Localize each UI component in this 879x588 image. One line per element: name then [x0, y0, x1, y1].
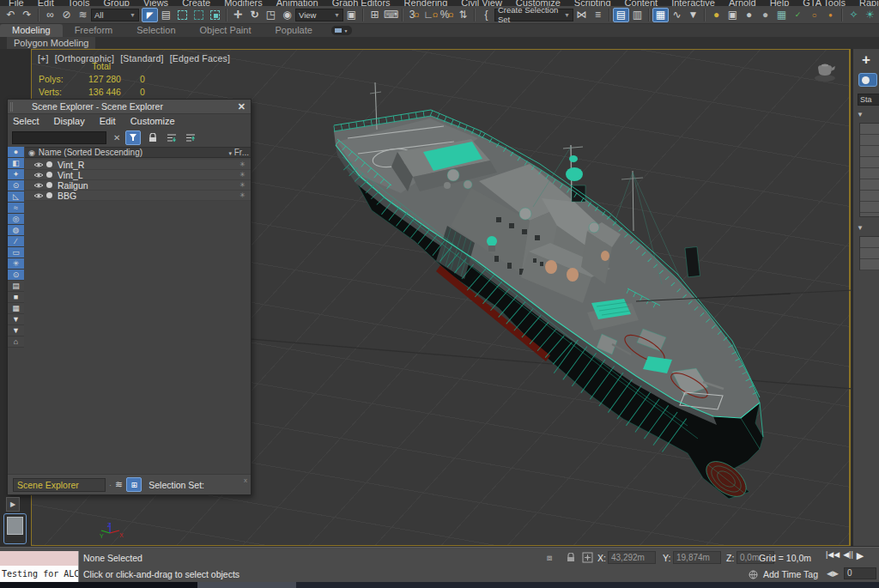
prev-frame-button[interactable]: ◀||	[843, 550, 853, 561]
rollout-buttons[interactable]	[859, 123, 879, 217]
filter-lights-icon[interactable]: ✦	[8, 169, 24, 180]
play-button[interactable]: ▶	[857, 550, 864, 561]
curve-editor-icon[interactable]: ∿	[669, 8, 685, 22]
unlink-icon[interactable]: ⊘	[58, 8, 75, 22]
selection-lock-icon[interactable]	[567, 553, 575, 564]
explorer-name-field[interactable]: Scene Explorer	[13, 478, 106, 492]
percent-snap-icon[interactable]: %Ω	[439, 8, 455, 22]
menu-interactive[interactable]: Interactive	[664, 0, 722, 6]
frozen-toggle-icon[interactable]: ✳	[239, 191, 246, 199]
tab-populate[interactable]: Populate	[263, 24, 324, 37]
go-start-button[interactable]: |◀◀	[826, 550, 840, 561]
selection-filter-dropdown[interactable]: All▼	[91, 9, 139, 21]
filter-shapes-icon[interactable]: ◧	[8, 158, 24, 169]
list-item-vint-l[interactable]: Vint_L ✳	[25, 170, 251, 180]
taskbar-app-segment[interactable]	[197, 582, 296, 588]
add-time-tag[interactable]: Add Time Tag	[749, 569, 818, 579]
redo-icon[interactable]: ↷	[19, 8, 35, 22]
se-menu-display[interactable]: Display	[54, 116, 85, 126]
filter-helpers-icon[interactable]: ◺	[8, 191, 24, 203]
list-item-railgun[interactable]: Railgun ✳	[25, 180, 251, 191]
filter-hidden-icon[interactable]: ⊙	[8, 270, 24, 281]
viewport-teapot-icon[interactable]	[813, 60, 837, 82]
menu-create[interactable]: Create	[175, 0, 217, 6]
clear-search-icon[interactable]: ✕	[113, 133, 120, 142]
ref-coordinate-dropdown[interactable]: View▼	[295, 9, 343, 21]
rect-selection-region-icon[interactable]	[174, 8, 191, 22]
menu-animation[interactable]: Animation	[270, 0, 325, 6]
lock-icon[interactable]	[146, 131, 160, 144]
dope-sheet-icon[interactable]: ▼	[685, 8, 701, 22]
menu-tools[interactable]: Tools	[61, 0, 97, 6]
filter-spacewarps-icon[interactable]: ≈	[8, 203, 24, 214]
crossing-selection-icon[interactable]	[191, 8, 207, 22]
filter-bones-icon[interactable]: ∕	[8, 236, 24, 247]
select-rotate-icon[interactable]: ↻	[246, 8, 263, 22]
render-grid-icon[interactable]: ▦	[773, 8, 790, 22]
filter-funnel-dot-icon[interactable]: ▼	[8, 314, 24, 325]
scene-explorer-toggle-icon[interactable]: ▤	[613, 8, 629, 22]
filter-blank-icon[interactable]: ■	[8, 292, 24, 303]
civil-sun-icon[interactable]: ☀	[862, 8, 878, 22]
filter-funnel-icon[interactable]: ▼	[8, 325, 24, 336]
check-icon[interactable]: ✓	[790, 8, 806, 22]
select-scale-icon[interactable]: ◳	[263, 8, 279, 22]
viewport-layout-tab[interactable]	[3, 513, 27, 544]
filter-button[interactable]	[125, 130, 141, 145]
rollout-arrow2-icon[interactable]: ▼	[857, 224, 864, 232]
tab-freeform[interactable]: Freeform	[63, 24, 125, 37]
snap-toggle-icon[interactable]: 3Ω	[406, 8, 422, 22]
frozen-toggle-icon[interactable]: ✳	[239, 181, 246, 189]
filter-page-icon[interactable]: ▦	[8, 303, 24, 314]
resize-grip-icon[interactable]: x	[244, 476, 247, 484]
se-menu-select[interactable]: Select	[13, 116, 39, 126]
material-editor-icon[interactable]: ▣	[724, 8, 741, 22]
filter-frozen-icon[interactable]: ✳	[8, 258, 24, 270]
menu-modifiers[interactable]: Modifiers	[217, 0, 270, 6]
visibility-eye-icon[interactable]	[33, 172, 44, 179]
rendered-frame-icon[interactable]: ●	[757, 8, 773, 22]
tab-object-paint[interactable]: Object Paint	[188, 24, 264, 37]
visibility-eye-icon[interactable]	[33, 182, 44, 189]
menu-graph-editors[interactable]: Graph Editors	[325, 0, 397, 6]
menu-gta-tools[interactable]: GTA Tools	[796, 0, 852, 6]
list-item-vint-r[interactable]: Vint_R ✳	[25, 160, 251, 170]
angle-snap-icon[interactable]: ∟Ω	[422, 8, 439, 22]
menu-scripting[interactable]: Scripting	[567, 0, 618, 6]
filter-geometry-icon[interactable]: ●	[8, 147, 24, 158]
material-ball-icon[interactable]: ●	[708, 8, 724, 22]
orange-ring-icon[interactable]: ○	[806, 8, 822, 22]
select-move-icon[interactable]: ✛	[230, 8, 246, 22]
select-by-name-icon[interactable]: ▤	[158, 8, 174, 22]
use-pivot-center-icon[interactable]: ▣	[343, 8, 360, 22]
menu-arnold[interactable]: Arnold	[722, 0, 763, 6]
layer-explorer-icon[interactable]: ▥	[629, 8, 646, 22]
collapse-tree-icon[interactable]	[184, 131, 197, 144]
ribbon-toggle-icon[interactable]: ▦	[652, 8, 669, 22]
menu-rapidtools[interactable]: RapidTools	[852, 0, 879, 6]
select-place-icon[interactable]: ◉	[279, 8, 295, 22]
select-manipulate-icon[interactable]: ⊞	[367, 8, 383, 22]
list-item-bbg[interactable]: BBG ✳	[25, 191, 251, 201]
civil-bulb-icon[interactable]: ✧	[846, 8, 862, 22]
menu-views[interactable]: Views	[136, 0, 175, 6]
absolute-mode-icon[interactable]	[582, 552, 593, 565]
modify-tab-button[interactable]	[858, 73, 877, 87]
tab-modeling[interactable]: Modeling	[0, 24, 63, 37]
window-grip[interactable]	[10, 102, 13, 112]
menu-edit[interactable]: Edit	[31, 0, 61, 6]
primitive-type-dropdown[interactable]: Sta	[858, 94, 879, 106]
render-setup-teapot-icon[interactable]: ●	[741, 8, 757, 22]
menu-rendering[interactable]: Rendering	[397, 0, 455, 6]
se-menu-customize[interactable]: Customize	[130, 116, 175, 126]
frame-number-field[interactable]: 0	[844, 567, 876, 579]
edit-named-selections-icon[interactable]: {	[478, 8, 494, 22]
menu-help[interactable]: Help	[763, 0, 797, 6]
y-coordinate-field[interactable]: 19,874m	[673, 551, 721, 564]
filter-cameras-icon[interactable]: ⊙	[8, 180, 24, 191]
isolate-selection-icon[interactable]: ⧈	[547, 553, 552, 563]
search-input[interactable]	[12, 131, 106, 144]
mirror-icon[interactable]: ⋈	[573, 8, 590, 22]
visibility-eye-icon[interactable]	[33, 161, 44, 168]
key-mode-toggle[interactable]: ◀▶	[827, 569, 839, 578]
